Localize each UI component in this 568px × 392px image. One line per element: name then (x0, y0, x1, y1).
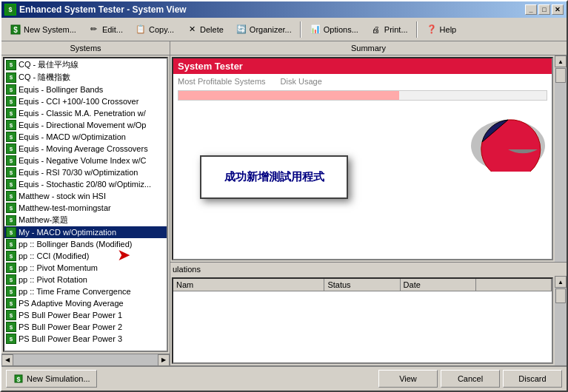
toolbar: $ New System... ✏ Edit... 📋 Copy... ✕ De… (1, 18, 567, 41)
new-system-label: New System... (24, 25, 76, 34)
list-item[interactable]: $Equis - CCI +100/-100 Crossover (4, 95, 167, 107)
list-item[interactable]: $Equis - MACD w/Optimization (4, 131, 167, 143)
simulations-header: ulations (170, 263, 567, 276)
list-item[interactable]: $Matthew-test-morningstar (4, 202, 167, 214)
sim-scroll-thumb[interactable] (555, 288, 566, 303)
list-item-icon: $ (6, 203, 16, 213)
summary-columns: Most Profitable Systems Disk Usage (173, 74, 552, 89)
list-item[interactable]: $CQ - 隨機指數 (4, 71, 167, 84)
organizer-button[interactable]: 🔄 Organizer... (230, 20, 297, 39)
scroll-up-button[interactable]: ▲ (555, 55, 567, 67)
window-controls: _ □ ✕ (525, 4, 564, 15)
new-simulation-button[interactable]: $ New Simulation... (6, 370, 97, 388)
col-date: Date (401, 279, 476, 291)
list-item-label: My - MACD w/Optimization (19, 228, 116, 237)
systems-list[interactable]: $CQ - 最佳平均線$CQ - 隨機指數$Equis - Bollinger … (3, 57, 168, 352)
list-item-icon: $ (6, 191, 16, 201)
scroll-thumb[interactable] (555, 68, 566, 83)
list-item-label: CQ - 最佳平均線 (19, 59, 78, 70)
minimize-button[interactable]: _ (525, 4, 537, 15)
scroll-track[interactable] (13, 354, 158, 366)
maximize-button[interactable]: □ (538, 4, 550, 15)
list-item-label: Equis - CCI +100/-100 Crossover (19, 97, 138, 106)
list-item-label: Equis - RSI 70/30 w/Optimization (19, 168, 138, 177)
most-profitable-label: Most Profitable Systems (178, 77, 266, 86)
copy-button[interactable]: 📋 Copy... (130, 20, 179, 39)
list-item-icon: $ (6, 132, 16, 142)
list-item-label: Equis - Classic M.A. Penetration w/ (19, 109, 146, 118)
list-item-icon: $ (6, 251, 16, 261)
list-item[interactable]: $PS Bull Power Bear Power 1 (4, 309, 167, 321)
close-button[interactable]: ✕ (552, 4, 564, 15)
new-sim-icon: $ (13, 373, 24, 385)
list-item[interactable]: $Equis - Stochastic 20/80 w/Optimiz... (4, 178, 167, 190)
delete-button[interactable]: ✕ Delete (181, 20, 229, 39)
print-button[interactable]: 🖨 Print... (365, 20, 413, 39)
discard-button[interactable]: Discard (503, 370, 562, 388)
list-item[interactable]: $pp :: Time Frame Convergence (4, 285, 167, 297)
list-item-icon: $ (6, 143, 16, 154)
summary-scrollbar[interactable]: ▲ (555, 55, 567, 262)
list-item-icon: $ (6, 298, 16, 308)
list-item[interactable]: $pp :: Pivot Rotation (4, 274, 167, 285)
scroll-right-button[interactable]: ▶ (158, 354, 170, 366)
list-item[interactable]: $Equis - Bollinger Bands (4, 84, 167, 95)
list-item-label: Equis - Moving Average Crossovers (19, 144, 148, 153)
help-icon: ❓ (426, 24, 438, 36)
list-item-label: Matthew - stock win HSI (19, 192, 106, 200)
title-bar: $ Enhanced System Tester - System View _… (1, 1, 567, 18)
summary-header: Summary (170, 41, 567, 55)
list-item-icon: $ (6, 120, 16, 130)
table-header: Nam Status Date (173, 279, 552, 291)
delete-label: Delete (200, 25, 224, 34)
copy-icon: 📋 (135, 24, 147, 36)
list-item[interactable]: $pp :: CCI (Modified) (4, 250, 167, 262)
horizontal-scrollbar[interactable]: ◀ ▶ (1, 354, 170, 365)
print-icon: 🖨 (370, 24, 382, 36)
sim-scroll-up[interactable]: ▲ (555, 276, 567, 288)
delete-icon: ✕ (186, 24, 198, 36)
list-item-icon: $ (6, 167, 16, 178)
options-icon: 📊 (310, 24, 321, 36)
view-button[interactable]: View (378, 370, 438, 388)
help-button[interactable]: ❓ Help (421, 20, 462, 39)
list-item-icon: $ (6, 179, 16, 189)
list-item-label: Matthew-業題 (19, 214, 68, 226)
list-item-label: CQ - 隨機指數 (19, 72, 70, 83)
disk-usage-label: Disk Usage (281, 77, 322, 86)
list-item[interactable]: $Equis - Directional Movement w/Op (4, 119, 167, 131)
list-item[interactable]: $Equis - Moving Average Crossovers (4, 143, 167, 155)
list-item-icon: $ (6, 60, 16, 70)
list-item-icon: $ (6, 155, 16, 166)
simulations-scrollbar[interactable]: ▲ (555, 276, 567, 365)
list-item-label: pp :: CCI (Modified) (19, 251, 89, 260)
list-item[interactable]: $Equis - Classic M.A. Penetration w/ (4, 107, 167, 119)
edit-button[interactable]: ✏ Edit... (83, 20, 128, 39)
options-button[interactable]: 📊 Options... (304, 20, 364, 39)
list-item[interactable]: $CQ - 最佳平均線 (4, 58, 167, 71)
new-system-button[interactable]: $ New System... (4, 20, 81, 39)
list-item[interactable]: $PS Bull Power Bear Power 3 (4, 333, 167, 345)
right-panel: Summary System Tester Most Profitable Sy… (170, 41, 567, 365)
list-item[interactable]: $Matthew-業題 (4, 214, 167, 226)
list-item[interactable]: $PS Bull Power Bear Power 2 (4, 321, 167, 333)
list-item[interactable]: $My - MACD w/Optimization (4, 226, 167, 238)
list-item[interactable]: $PS Adaptive Moving Average (4, 297, 167, 309)
list-item[interactable]: $Equis - RSI 70/30 w/Optimization (4, 166, 167, 178)
svg-text:$: $ (16, 376, 20, 383)
progress-bar (178, 90, 547, 101)
list-item-label: Matthew-test-morningstar (19, 203, 111, 212)
list-item[interactable]: $pp :: Pivot Momentum (4, 262, 167, 274)
list-item-label: PS Adaptive Moving Average (19, 299, 124, 308)
cancel-button[interactable]: Cancel (441, 370, 500, 388)
list-item-icon: $ (6, 227, 16, 237)
summary-section: Summary System Tester Most Profitable Sy… (170, 41, 567, 262)
scroll-left-button[interactable]: ◀ (1, 354, 13, 366)
list-item[interactable]: $pp :: Bollinger Bands (Modified) (4, 238, 167, 250)
summary-content: System Tester Most Profitable Systems Di… (172, 57, 553, 260)
list-item[interactable]: $Matthew - stock win HSI (4, 190, 167, 202)
list-item[interactable]: $Equis - Negative Volume Index w/C (4, 155, 167, 166)
organizer-label: Organizer... (250, 25, 292, 34)
toolbar-separator-2 (416, 21, 418, 38)
options-label: Options... (324, 25, 358, 34)
